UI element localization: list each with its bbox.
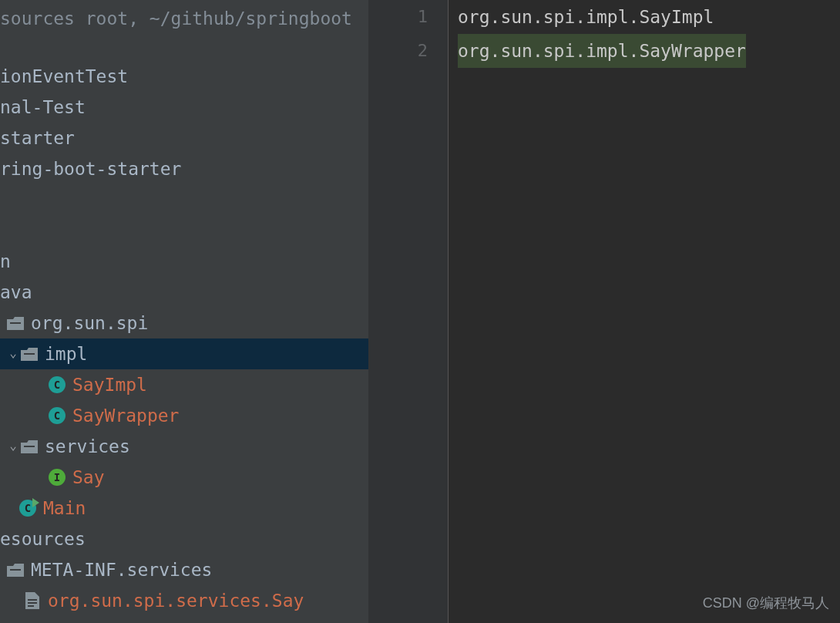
class-icon: C [48,406,66,425]
tree-item-label: ring-boot-starter [0,153,181,184]
tree-item-org-sun-spi-services-say[interactable]: org.sun.spi.services.Say [0,585,368,616]
breadcrumb: sources root, ~/github/springboot [0,0,368,34]
package-icon [20,437,39,456]
tree-item-ioneventtest[interactable]: ionEventTest [0,61,368,92]
tree-item-label: esources [0,524,86,554]
tree-item-ring-boot-starter[interactable]: ring-boot-starter [0,153,368,184]
editor-line[interactable]: org.sun.spi.impl.SayImpl [458,0,840,34]
tree-item-saywrapper[interactable]: CSayWrapper [0,400,368,431]
class-icon: C [48,375,66,394]
svg-rect-5 [28,602,37,604]
tree-item-label: n [0,246,11,277]
tree-item-label: META-INF.services [31,554,212,585]
tree-item-label: Main [43,493,86,524]
tree-item-starter[interactable]: starter [0,123,368,153]
expander-icon[interactable]: ⌄ [6,338,20,369]
tree-item-org-sun-spi[interactable]: org.sun.spi [0,308,368,338]
svg-rect-2 [24,446,35,447]
line-number: 2 [368,34,428,68]
svg-rect-4 [28,599,37,601]
svg-rect-6 [28,605,34,607]
tree-item-label: org.sun.spi.services.Say [48,585,304,616]
project-tree[interactable]: ionEventTestnal-Teststarterring-boot-sta… [0,61,368,616]
tree-item-main[interactable]: CMain [0,493,368,524]
package-icon [6,561,25,579]
svg-rect-1 [24,353,35,355]
editor-line[interactable]: org.sun.spi.impl.SayWrapper [458,34,746,68]
project-sidebar: sources root, ~/github/springboot ionEve… [0,0,368,623]
tree-item-impl[interactable]: ⌄impl [0,338,368,369]
tree-item-label: nal-Test [0,92,86,123]
tree-item-label: SayWrapper [72,400,179,431]
watermark: CSDN @编程牧马人 [703,588,829,618]
line-number: 1 [368,0,428,34]
file-icon [23,591,42,610]
tree-item-esources[interactable]: esources [0,524,368,554]
tree-item-ava[interactable]: ava [0,277,368,308]
svg-rect-3 [10,569,21,571]
tree-item-label: ava [0,277,32,308]
tree-item-services[interactable]: ⌄services [0,431,368,462]
tree-item-label: org.sun.spi [31,308,148,338]
tree-item-label: starter [0,123,75,153]
editor-gutter: 12 [368,0,449,623]
tree-item-nal-test[interactable]: nal-Test [0,92,368,123]
tree-item-say[interactable]: ISay [0,462,368,493]
code-editor[interactable]: org.sun.spi.impl.SayImplorg.sun.spi.impl… [449,0,840,623]
tree-item-label: Say [72,462,105,493]
package-icon [20,345,39,363]
runnable-class-icon: C [18,499,37,517]
tree-item-label: services [45,431,130,462]
tree-item-sayimpl[interactable]: CSayImpl [0,369,368,400]
svg-rect-0 [10,322,21,324]
package-icon [6,314,25,332]
expander-icon[interactable]: ⌄ [6,430,20,461]
tree-item-label: ionEventTest [0,61,128,92]
interface-icon: I [48,468,66,487]
tree-item-label: impl [45,338,87,369]
tree-item-n[interactable]: n [0,246,368,277]
tree-gap [0,215,368,246]
tree-gap [0,184,368,215]
tree-item-label: SayImpl [72,369,147,400]
tree-item-meta-inf-services[interactable]: META-INF.services [0,554,368,585]
